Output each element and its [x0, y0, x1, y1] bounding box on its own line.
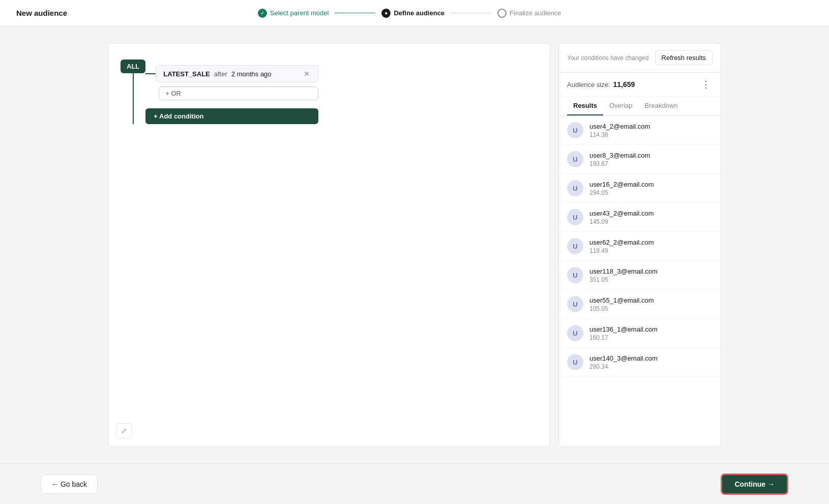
result-item: U user8_3@email.com 193.67	[559, 145, 721, 174]
tab-overlap[interactable]: Overlap	[603, 97, 639, 115]
result-avatar: U	[567, 151, 583, 167]
results-header: Your conditions have changed Refresh res…	[559, 43, 721, 73]
result-info: user4_2@email.com 114.38	[589, 123, 650, 138]
result-avatar: U	[567, 209, 583, 225]
results-list: U user4_2@email.com 114.38 U user8_3@ema…	[559, 116, 721, 447]
audience-size-value: 11,659	[613, 80, 635, 88]
result-info: user62_2@email.com 119.49	[589, 239, 654, 254]
tab-breakdown[interactable]: Breakdown	[639, 97, 684, 115]
step-line-1	[335, 13, 375, 13]
step-circle-2: ●	[381, 9, 391, 18]
step-label-3: Finalize audience	[510, 9, 561, 17]
builder-panel: ALL LATEST_SALE after 2 months ago ✕	[108, 43, 550, 447]
result-item: U user62_2@email.com 119.49	[559, 232, 721, 261]
continue-button[interactable]: Continue →	[721, 473, 788, 495]
result-item: U user118_3@email.com 351.05	[559, 261, 721, 290]
result-email: user118_3@email.com	[589, 268, 658, 275]
result-value: 294.05	[589, 189, 654, 196]
step-select-parent: ✓ Select parent model	[258, 9, 329, 18]
result-item: U user136_1@email.com 160.17	[559, 319, 721, 348]
result-email: user43_2@email.com	[589, 210, 654, 217]
go-back-button[interactable]: ← Go back	[41, 475, 98, 494]
main-content: ALL LATEST_SALE after 2 months ago ✕	[0, 26, 829, 463]
page-title: New audience	[16, 9, 67, 17]
result-value: 351.05	[589, 276, 658, 283]
step-label-2: Define audience	[394, 9, 445, 17]
step-define-audience: ● Define audience	[381, 9, 445, 18]
result-value: 114.38	[589, 131, 650, 138]
result-avatar: U	[567, 180, 583, 196]
result-value: 280.34	[589, 363, 658, 370]
result-info: user55_1@email.com 105.05	[589, 297, 654, 312]
result-email: user55_1@email.com	[589, 297, 654, 304]
result-info: user16_2@email.com 294.05	[589, 181, 654, 196]
result-email: user16_2@email.com	[589, 181, 654, 188]
result-avatar: U	[567, 354, 583, 370]
remove-condition-button[interactable]: ✕	[303, 70, 311, 78]
condition-area: ALL LATEST_SALE after 2 months ago ✕	[121, 55, 538, 128]
result-info: user43_2@email.com 145.09	[589, 210, 654, 225]
result-item: U user140_3@email.com 280.34	[559, 348, 721, 377]
footer: ← Go back Continue →	[0, 463, 829, 504]
result-avatar: U	[567, 122, 583, 138]
results-panel: Your conditions have changed Refresh res…	[558, 43, 721, 447]
result-avatar: U	[567, 267, 583, 283]
stepper: ✓ Select parent model ● Define audience …	[258, 9, 561, 18]
result-value: 145.09	[589, 218, 654, 225]
add-condition-button[interactable]: + Add condition	[145, 108, 318, 124]
result-info: user140_3@email.com 280.34	[589, 354, 658, 370]
result-item: U user55_1@email.com 105.05	[559, 290, 721, 319]
expand-button[interactable]: ⤢	[116, 423, 132, 438]
result-value: 119.49	[589, 247, 654, 254]
condition-field: LATEST_SALE	[163, 70, 210, 78]
result-info: user8_3@email.com 193.67	[589, 152, 650, 167]
result-item: U user43_2@email.com 145.09	[559, 203, 721, 232]
step-label-1: Select parent model	[270, 9, 329, 17]
condition-value: 2 months ago	[231, 70, 272, 78]
step-circle-1: ✓	[258, 9, 267, 18]
step-circle-3	[497, 9, 507, 18]
more-options-button[interactable]: ⋮	[699, 79, 713, 90]
all-badge[interactable]: ALL	[121, 60, 145, 73]
result-info: user136_1@email.com 160.17	[589, 325, 658, 341]
result-avatar: U	[567, 325, 583, 341]
result-email: user136_1@email.com	[589, 325, 658, 333]
header: New audience ✓ Select parent model ● Def…	[0, 0, 829, 26]
result-value: 105.05	[589, 305, 654, 312]
audience-size-label: Audience size:	[567, 81, 610, 88]
result-value: 193.67	[589, 160, 650, 167]
results-tabs: Results Overlap Breakdown	[559, 97, 721, 116]
result-email: user8_3@email.com	[589, 152, 650, 159]
tab-results[interactable]: Results	[567, 97, 603, 115]
result-avatar: U	[567, 238, 583, 254]
condition-operator: after	[214, 70, 227, 78]
refresh-results-button[interactable]: Refresh results	[655, 50, 713, 65]
result-value: 160.17	[589, 334, 658, 341]
step-line-2	[451, 13, 491, 13]
conditions-changed-text: Your conditions have changed	[567, 54, 648, 62]
result-email: user62_2@email.com	[589, 239, 654, 246]
result-avatar: U	[567, 296, 583, 312]
step-finalize-audience: Finalize audience	[497, 9, 561, 18]
result-email: user4_2@email.com	[589, 123, 650, 130]
result-item: U user16_2@email.com 294.05	[559, 174, 721, 203]
audience-size-row: Audience size: 11,659 ⋮	[559, 73, 721, 97]
condition-pill: LATEST_SALE after 2 months ago ✕	[156, 65, 318, 82]
result-item: U user4_2@email.com 114.38	[559, 116, 721, 145]
result-email: user140_3@email.com	[589, 354, 658, 362]
or-button[interactable]: + OR	[159, 86, 318, 100]
result-info: user118_3@email.com 351.05	[589, 268, 658, 283]
